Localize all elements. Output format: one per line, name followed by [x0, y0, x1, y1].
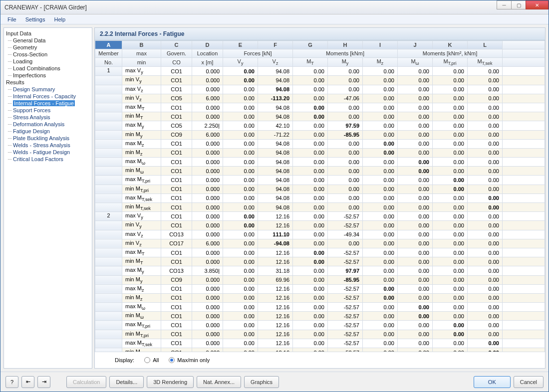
nav-item[interactable]: Plate Buckling Analysis: [5, 135, 91, 142]
menubar: File Settings Help: [0, 14, 549, 24]
prev-icon[interactable]: ⇤: [21, 376, 34, 388]
table-row[interactable]: max MyCO133.850|0.0031.180.0097.970.000.…: [95, 266, 545, 275]
table-row[interactable]: max MωCO10.0000.0094.080.000.000.000.000…: [95, 158, 545, 167]
app-window: CRANEWAY - [CRAWA Girder] ─ ▢ ✕ File Set…: [0, 0, 549, 392]
table-row[interactable]: max VzCO10.0000.0094.080.000.000.000.000…: [95, 85, 545, 94]
nav-item[interactable]: Internal Forces - Capacity: [5, 93, 91, 100]
help-icon[interactable]: ?: [5, 376, 18, 388]
col-letter[interactable]: L: [468, 41, 503, 49]
ok-button[interactable]: OK: [474, 376, 511, 388]
footer: ? ⇤ ⇥ Calculation Details... 3D Renderin…: [0, 372, 549, 392]
display-filter: Display: All Max/min only: [95, 352, 545, 368]
table-row[interactable]: 2max VyCO10.0000.0012.160.00-52.570.000.…: [95, 212, 545, 221]
col-letter[interactable]: G: [293, 41, 328, 49]
table-row[interactable]: 1max VyCO10.0000.0094.080.000.000.000.00…: [95, 67, 545, 76]
maximize-button[interactable]: ▢: [511, 0, 526, 9]
table-row[interactable]: min MωCO10.0000.0094.080.000.000.000.000…: [95, 167, 545, 176]
menu-file[interactable]: File: [3, 15, 20, 23]
table-row[interactable]: min VyCO10.0000.0012.160.00-52.570.000.0…: [95, 221, 545, 230]
table-row[interactable]: max MzCO10.0000.0094.080.000.000.000.000…: [95, 139, 545, 148]
close-button[interactable]: ✕: [526, 0, 549, 9]
nav-item[interactable]: Geometry: [5, 44, 91, 51]
nav-item[interactable]: Welds - Fatigue Design: [5, 149, 91, 156]
col-letter[interactable]: H: [328, 41, 363, 49]
col-letter[interactable]: E: [223, 41, 258, 49]
radio-maxmin[interactable]: Max/min only: [169, 357, 210, 363]
nav-item[interactable]: Cross-Section: [5, 51, 91, 58]
col-letter[interactable]: B: [122, 41, 161, 49]
panel-title: 2.2.2 Internal Forces - Fatigue: [95, 28, 545, 40]
nav-item[interactable]: General Data: [5, 37, 91, 44]
nav-results[interactable]: Results: [5, 79, 91, 86]
main-panel: 2.2.2 Internal Forces - Fatigue ABCDEFGH…: [94, 27, 546, 369]
menu-settings[interactable]: Settings: [21, 15, 49, 23]
minimize-button[interactable]: ─: [497, 0, 512, 9]
table-row[interactable]: min VzCO176.0000.00-94.080.000.000.000.0…: [95, 239, 545, 248]
nat-annex-button[interactable]: Nat. Annex...: [197, 376, 241, 388]
nav-item[interactable]: Welds - Stress Analysis: [5, 142, 91, 149]
table-row[interactable]: min MTCO10.0000.0012.160.00-52.570.000.0…: [95, 257, 545, 266]
table-row[interactable]: min MyCO96.0000.00-71.220.00-85.950.000.…: [95, 130, 545, 139]
table-row[interactable]: min MωCO10.0000.0012.160.00-52.570.000.0…: [95, 312, 545, 321]
table-row[interactable]: max MT,sekCO10.0000.0094.080.000.000.000…: [95, 194, 545, 202]
table-row[interactable]: max MTCO10.0000.0094.080.000.000.000.000…: [95, 103, 545, 112]
col-letter[interactable]: F: [258, 41, 293, 49]
col-letter[interactable]: K: [433, 41, 468, 49]
table-row[interactable]: max MTCO10.0000.0012.160.00-52.570.000.0…: [95, 248, 545, 257]
titlebar: CRANEWAY - [CRAWA Girder] ─ ▢ ✕: [0, 0, 549, 14]
3d-rendering-button[interactable]: 3D Rendering: [147, 376, 194, 388]
table-row[interactable]: max MT,sekCO10.0000.0012.160.00-52.570.0…: [95, 339, 545, 348]
navigator-tree[interactable]: Input Data General DataGeometryCross-Sec…: [3, 27, 92, 369]
nav-item[interactable]: Critical Load Factors: [5, 156, 91, 163]
nav-item[interactable]: Internal Forces - Fatigue: [5, 100, 91, 107]
nav-item[interactable]: Stress Analysis: [5, 114, 91, 121]
calculation-button[interactable]: Calculation: [66, 376, 106, 388]
table-row[interactable]: min MzCO10.0000.0094.080.000.000.000.000…: [95, 148, 545, 157]
nav-item[interactable]: Deformation Analysis: [5, 121, 91, 128]
cancel-button[interactable]: Cancel: [514, 376, 544, 388]
nav-item[interactable]: Fatigue Design: [5, 128, 91, 135]
table-row[interactable]: min VzCO56.0000.00-113.200.00-47.060.000…: [95, 94, 545, 103]
col-letter[interactable]: I: [363, 41, 398, 49]
nav-item[interactable]: Loading: [5, 58, 91, 65]
window-title: CRANEWAY - [CRAWA Girder]: [4, 4, 87, 11]
col-letter[interactable]: D: [192, 41, 223, 49]
table-row[interactable]: min MTCO10.0000.0094.080.000.000.000.000…: [95, 112, 545, 121]
nav-item[interactable]: Load Combinations: [5, 65, 91, 72]
table-row[interactable]: min MzCO10.0000.0012.160.00-52.570.000.0…: [95, 293, 545, 302]
radio-all[interactable]: All: [144, 357, 159, 363]
table-row[interactable]: max MT,priCO10.0000.0094.080.000.000.000…: [95, 176, 545, 185]
table-row[interactable]: max VzCO130.0000.00111.100.00-49.340.000…: [95, 230, 545, 239]
display-label: Display:: [115, 357, 134, 363]
table-row[interactable]: min MT,sekCO10.0000.0012.160.00-52.570.0…: [95, 348, 545, 352]
table-row[interactable]: min VyCO10.0000.0094.080.000.000.000.000…: [95, 76, 545, 85]
table-row[interactable]: min MT,priCO10.0000.0094.080.000.000.000…: [95, 185, 545, 194]
results-grid[interactable]: ABCDEFGHIJKLMembermaxGovern.LocationForc…: [95, 40, 545, 352]
table-row[interactable]: max MyCO52.250|0.0042.100.0097.590.000.0…: [95, 121, 545, 130]
table-row[interactable]: max MzCO10.0000.0012.160.00-52.570.000.0…: [95, 284, 545, 293]
table-row[interactable]: min MyCO90.0000.0069.960.00-85.950.000.0…: [95, 275, 545, 284]
nav-item[interactable]: Support Forces: [5, 107, 91, 114]
details-button[interactable]: Details...: [109, 376, 144, 388]
col-letter[interactable]: C: [161, 41, 192, 49]
nav-input-data[interactable]: Input Data: [5, 30, 91, 37]
next-icon[interactable]: ⇥: [37, 376, 50, 388]
nav-item[interactable]: Design Summary: [5, 86, 91, 93]
table-row[interactable]: min MT,sekCO10.0000.0094.080.000.000.000…: [95, 203, 545, 212]
table-row[interactable]: max MωCO10.0000.0012.160.00-52.570.000.0…: [95, 303, 545, 312]
col-letter[interactable]: A: [95, 41, 122, 49]
table-row[interactable]: max MT,priCO10.0000.0012.160.00-52.570.0…: [95, 321, 545, 330]
table-row[interactable]: min MT,priCO10.0000.0012.160.00-52.570.0…: [95, 330, 545, 339]
nav-item[interactable]: Imperfections: [5, 72, 91, 79]
graphics-button[interactable]: Graphics: [244, 376, 279, 388]
menu-help[interactable]: Help: [50, 15, 69, 23]
col-letter[interactable]: J: [398, 41, 433, 49]
